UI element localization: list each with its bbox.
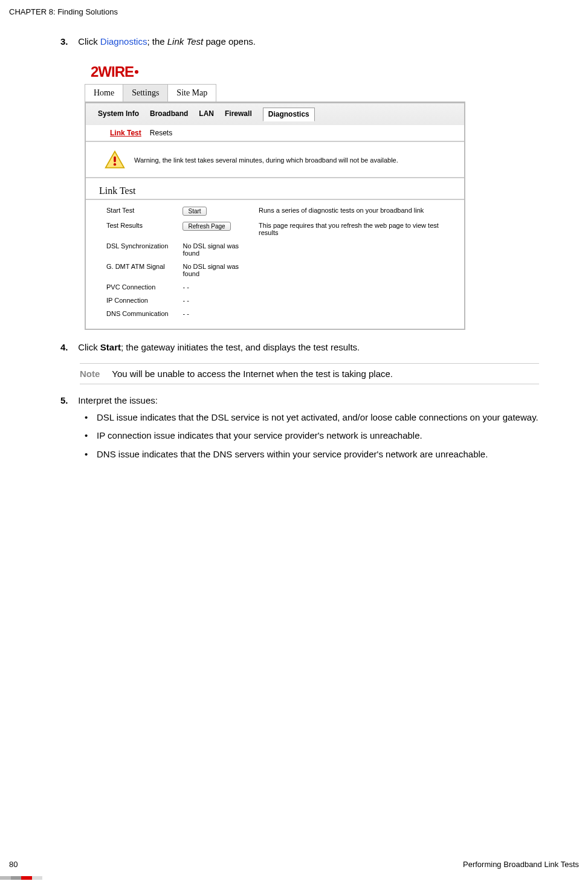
row-label-gdmt: G. DMT ATM Signal xyxy=(106,260,183,280)
step-3-text: Click Diagnostics; the Link Test page op… xyxy=(78,36,525,47)
settings-panel: System Info Broadband LAN Firewall Diagn… xyxy=(85,102,465,330)
step-5-number: 5. xyxy=(60,395,76,405)
tab-settings[interactable]: Settings xyxy=(123,84,168,102)
step-4: 4. Click Start; the gateway initiates th… xyxy=(60,342,544,352)
list-item: DNS issue indicates that the DNS servers… xyxy=(80,448,544,460)
step-3-post-a: ; the xyxy=(147,36,167,47)
subtab-link-test[interactable]: Link Test xyxy=(110,129,141,137)
refresh-page-button[interactable]: Refresh Page xyxy=(183,222,230,231)
step-5-text: Interpret the issues: xyxy=(78,395,525,405)
warning-icon xyxy=(104,149,126,171)
row-val-pvc: - - xyxy=(183,280,259,294)
step-4-text: Click Start; the gateway initiates the t… xyxy=(78,342,525,352)
footer-title: Performing Broadband Link Tests xyxy=(463,860,579,869)
start-button[interactable]: Start xyxy=(183,207,206,216)
tab-broadband[interactable]: Broadband xyxy=(150,109,188,121)
tab-diagnostics[interactable]: Diagnostics xyxy=(263,108,315,121)
screenshot-panel: 2WIRE Home Settings Site Map System Info… xyxy=(85,63,465,330)
warning-row: Warning, the link test takes several min… xyxy=(86,146,464,177)
step-3: 3. Click Diagnostics; the Link Test page… xyxy=(60,36,544,47)
table-row: Test Results Refresh Page This page requ… xyxy=(106,219,457,239)
logo-dot-icon xyxy=(135,70,138,74)
step-5-bullets: DSL issue indicates that the DSL service… xyxy=(80,411,544,460)
svg-rect-1 xyxy=(114,156,116,163)
step-4-post: ; the gateway initiates the test, and di… xyxy=(121,342,360,352)
tab-firewall[interactable]: Firewall xyxy=(225,109,252,121)
step-3-italic: Link Test xyxy=(167,36,203,47)
step-3-post-b: page opens. xyxy=(203,36,256,47)
page-content: 3. Click Diagnostics; the Link Test page… xyxy=(60,36,544,471)
step-4-bold: Start xyxy=(100,342,121,352)
tab-home[interactable]: Home xyxy=(85,84,123,102)
step-3-pre: Click xyxy=(78,36,100,47)
list-item: IP connection issue indicates that your … xyxy=(80,430,544,442)
chapter-header: CHAPTER 8: Finding Solutions xyxy=(9,7,118,16)
tab-system-info[interactable]: System Info xyxy=(98,109,139,121)
subtab-resets[interactable]: Resets xyxy=(150,129,172,137)
logo-text: 2WIRE xyxy=(91,63,134,80)
row-label-test-results: Test Results xyxy=(106,219,183,239)
row-val-dsl-sync: No DSL signal was found xyxy=(183,239,259,260)
row-desc-start: Runs a series of diagnostic tests on you… xyxy=(259,204,457,219)
divider xyxy=(86,141,464,142)
warning-text: Warning, the link test takes several min… xyxy=(134,156,398,164)
table-row: DNS Communication - - xyxy=(106,307,457,320)
section-title: Link Test xyxy=(86,182,464,199)
subtabs: Link Test Resets xyxy=(86,125,464,141)
row-val-dns: - - xyxy=(183,307,259,320)
step-4-number: 4. xyxy=(60,342,76,352)
link-test-table: Start Test Start Runs a series of diagno… xyxy=(106,204,457,320)
row-label-start-test: Start Test xyxy=(106,204,183,219)
row-desc-refresh: This page requires that you refresh the … xyxy=(259,219,457,239)
note-label: Note xyxy=(80,369,100,379)
divider xyxy=(86,199,464,200)
note-text: You will be unable to access the Interne… xyxy=(112,369,393,379)
step-4-pre: Click xyxy=(78,342,100,352)
svg-point-2 xyxy=(114,163,116,166)
note-box: Note You will be unable to access the In… xyxy=(80,363,539,384)
row-label-pvc: PVC Connection xyxy=(106,280,183,294)
row-label-dns: DNS Communication xyxy=(106,307,183,320)
footer-bar-icon xyxy=(0,876,42,880)
list-item: DSL issue indicates that the DSL service… xyxy=(80,411,544,424)
diagnostics-link[interactable]: Diagnostics xyxy=(100,36,147,47)
table-row: DSL Synchronization No DSL signal was fo… xyxy=(106,239,457,260)
table-row: IP Connection - - xyxy=(106,294,457,307)
tab-sitemap[interactable]: Site Map xyxy=(167,84,216,102)
table-row: G. DMT ATM Signal No DSL signal was foun… xyxy=(106,260,457,280)
row-val-gdmt: No DSL signal was found xyxy=(183,260,259,280)
table-row: Start Test Start Runs a series of diagno… xyxy=(106,204,457,219)
inner-tabs: System Info Broadband LAN Firewall Diagn… xyxy=(86,103,464,125)
row-label-ip: IP Connection xyxy=(106,294,183,307)
row-val-ip: - - xyxy=(183,294,259,307)
page-number: 80 xyxy=(9,860,18,869)
step-5: 5. Interpret the issues: DSL issue indic… xyxy=(60,395,544,460)
table-row: PVC Connection - - xyxy=(106,280,457,294)
step-3-number: 3. xyxy=(60,36,76,47)
tab-lan[interactable]: LAN xyxy=(199,109,214,121)
row-label-dsl-sync: DSL Synchronization xyxy=(106,239,183,260)
top-tabs: Home Settings Site Map xyxy=(85,84,465,102)
logo-2wire: 2WIRE xyxy=(91,63,465,80)
divider xyxy=(86,177,464,178)
